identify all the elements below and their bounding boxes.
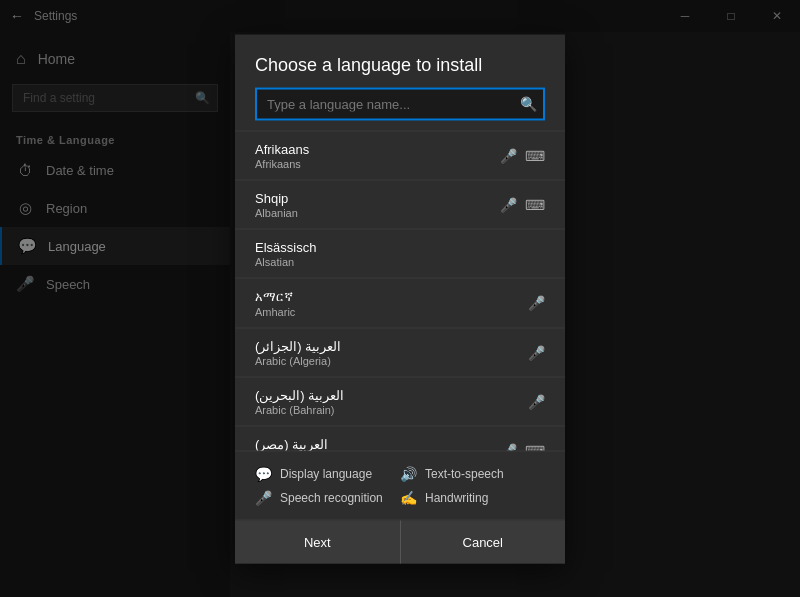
text-to-speech-feature: 🔊 Text-to-speech xyxy=(400,461,545,485)
lang-name: Shqip xyxy=(255,190,500,205)
lang-text: አማርኛ Amharic xyxy=(255,288,528,317)
lang-text: Afrikaans Afrikaans xyxy=(255,141,500,169)
lang-name: العربية (البحرين) xyxy=(255,387,528,402)
language-features: 💬 Display language 🔊 Text-to-speech 🎤 Sp… xyxy=(235,450,565,519)
list-item[interactable]: Elsässisch Alsatian xyxy=(235,229,565,278)
keyboard-support-icon: ⌨ xyxy=(525,442,545,450)
speech-support-icon: 🎤 xyxy=(528,295,545,311)
lang-text: العربية (البحرين) Arabic (Bahrain) xyxy=(255,387,528,415)
speech-recognition-icon: 🎤 xyxy=(255,489,272,505)
list-item[interactable]: Shqip Albanian 🎤 ⌨ xyxy=(235,180,565,229)
lang-name: العربية (مصر) xyxy=(255,436,500,450)
list-item[interactable]: العربية (الجزائر) Arabic (Algeria) 🎤 xyxy=(235,328,565,377)
keyboard-support-icon: ⌨ xyxy=(525,147,545,163)
lang-icons: 🎤 xyxy=(528,295,545,311)
lang-text: Elsässisch Alsatian xyxy=(255,239,545,267)
lang-icons: 🎤 ⌨ xyxy=(500,147,545,163)
lang-name: Elsässisch xyxy=(255,239,545,254)
lang-icons: 🎤 xyxy=(528,393,545,409)
display-language-label: Display language xyxy=(280,466,372,480)
speech-support-icon: 🎤 xyxy=(528,393,545,409)
speech-support-icon: 🎤 xyxy=(500,442,517,450)
lang-name: Afrikaans xyxy=(255,141,500,156)
lang-subname: Arabic (Algeria) xyxy=(255,354,528,366)
handwriting-label: Handwriting xyxy=(425,490,488,504)
list-item[interactable]: العربية (البحرين) Arabic (Bahrain) 🎤 xyxy=(235,377,565,426)
lang-subname: Amharic xyxy=(255,305,528,317)
list-item[interactable]: Afrikaans Afrikaans 🎤 ⌨ xyxy=(235,131,565,180)
lang-subname: Afrikaans xyxy=(255,157,500,169)
speech-recognition-feature: 🎤 Speech recognition xyxy=(255,485,400,509)
language-install-dialog: Choose a language to install 🔍 Afrikaans… xyxy=(235,34,565,563)
speech-support-icon: 🎤 xyxy=(500,196,517,212)
speech-recognition-label: Speech recognition xyxy=(280,490,383,504)
language-search-icon: 🔍 xyxy=(520,96,537,112)
display-language-feature: 💬 Display language xyxy=(255,461,400,485)
handwriting-feature: ✍ Handwriting xyxy=(400,485,545,509)
speech-support-icon: 🎤 xyxy=(500,147,517,163)
next-button[interactable]: Next xyxy=(235,520,400,563)
handwriting-icon: ✍ xyxy=(400,489,417,505)
lang-subname: Alsatian xyxy=(255,255,545,267)
lang-text: العربية (الجزائر) Arabic (Algeria) xyxy=(255,338,528,366)
list-item[interactable]: አማርኛ Amharic 🎤 xyxy=(235,278,565,328)
lang-subname: Arabic (Bahrain) xyxy=(255,403,528,415)
keyboard-support-icon: ⌨ xyxy=(525,196,545,212)
speech-support-icon: 🎤 xyxy=(528,344,545,360)
text-to-speech-label: Text-to-speech xyxy=(425,466,504,480)
lang-text: العربية (مصر) Arabic (Egypt) xyxy=(255,436,500,450)
text-to-speech-icon: 🔊 xyxy=(400,465,417,481)
display-language-icon: 💬 xyxy=(255,465,272,481)
lang-text: Shqip Albanian xyxy=(255,190,500,218)
lang-name: العربية (الجزائر) xyxy=(255,338,528,353)
lang-icons: 🎤 ⌨ xyxy=(500,196,545,212)
cancel-button[interactable]: Cancel xyxy=(400,520,566,563)
language-search-input[interactable] xyxy=(255,87,545,120)
dialog-buttons: Next Cancel xyxy=(235,519,565,563)
dialog-title: Choose a language to install xyxy=(235,34,565,87)
list-item[interactable]: العربية (مصر) Arabic (Egypt) 🎤 ⌨ xyxy=(235,426,565,450)
lang-subname: Albanian xyxy=(255,206,500,218)
dialog-search: 🔍 xyxy=(255,87,545,120)
language-list: Afrikaans Afrikaans 🎤 ⌨ Shqip Albanian 🎤… xyxy=(235,130,565,450)
lang-icons: 🎤 ⌨ xyxy=(500,442,545,450)
lang-name: አማርኛ xyxy=(255,288,528,304)
lang-icons: 🎤 xyxy=(528,344,545,360)
